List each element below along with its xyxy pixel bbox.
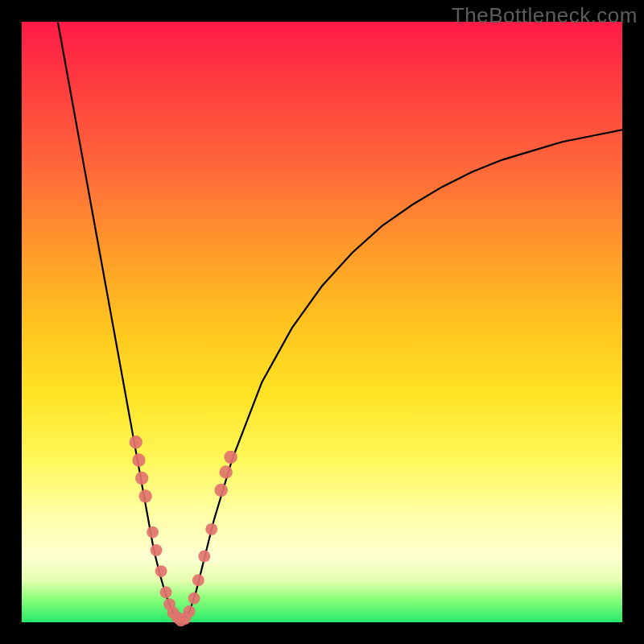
chart-svg (22, 22, 622, 622)
data-marker (138, 489, 151, 502)
chart-frame: TheBottleneck.com (0, 0, 644, 644)
data-marker (160, 586, 172, 598)
data-marker (205, 523, 217, 535)
data-marker (192, 574, 204, 586)
data-marker (135, 472, 148, 485)
data-marker (214, 484, 227, 497)
data-marker (155, 565, 167, 577)
data-marker (147, 526, 159, 539)
curve-right-curve (184, 130, 622, 619)
data-marker (132, 453, 145, 466)
data-marker (151, 544, 163, 556)
data-marker (198, 550, 210, 562)
curve-left-curve (58, 22, 178, 619)
plot-area (22, 22, 622, 622)
marker-layer (130, 436, 237, 626)
watermark-text: TheBottleneck.com (452, 3, 638, 28)
data-marker (184, 605, 196, 617)
data-marker (130, 436, 142, 448)
data-marker (219, 465, 232, 478)
curve-layer (58, 22, 622, 619)
data-marker (188, 592, 200, 605)
data-marker (224, 451, 237, 464)
